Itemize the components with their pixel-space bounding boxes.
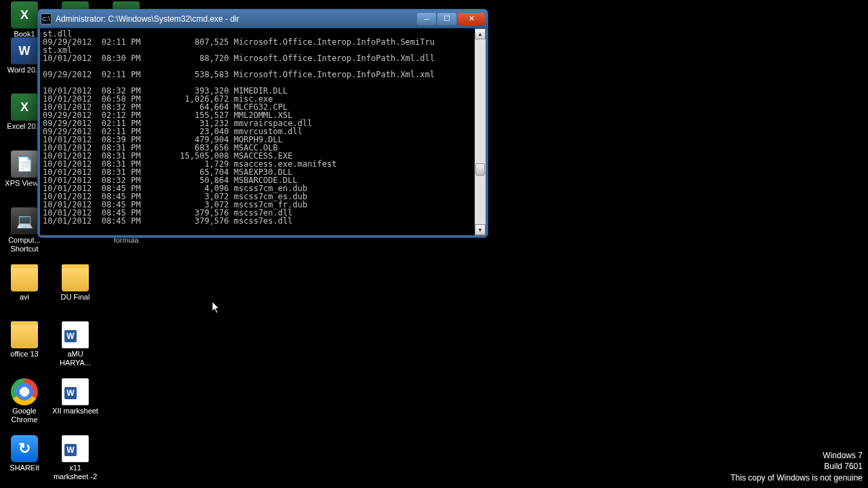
worddoc-icon [62,435,89,462]
shareit-icon [11,435,38,462]
scrollbar[interactable]: ▲ ▼ [475,28,486,235]
cmd-title: Administrator: C:\Windows\System32\cmd.e… [56,14,417,24]
word-icon [11,37,38,64]
window-controls: ─ ☐ ✕ [417,13,485,25]
desktop-icon-amu[interactable]: aMU HARYA... [51,321,100,367]
cmd-body: st.dll 09/29/2012 02:11 PM 807,525 Micro… [38,28,488,237]
cmd-output[interactable]: st.dll 09/29/2012 02:11 PM 807,525 Micro… [40,28,475,235]
folder-icon [62,264,89,291]
maximize-button[interactable]: ☐ [437,13,456,25]
scroll-track[interactable] [475,39,486,224]
desktop-icon-avi[interactable]: avi [0,264,49,302]
desktop-icon-label: x11 marksheet -2 [51,464,100,481]
scroll-down-button[interactable]: ▼ [475,224,486,235]
desktop-icon-label: avi [20,293,29,302]
excel-icon [11,94,38,121]
folder-icon [11,321,38,348]
desktop-icon-label: office 13 [10,350,38,359]
minimize-button[interactable]: ─ [417,13,436,25]
excel-icon [11,1,38,28]
close-button[interactable]: ✕ [458,13,485,25]
desktop-icon-label: DU Final [61,293,90,302]
xps-icon [11,150,38,178]
desktop-icon-dufinal[interactable]: DU Final [51,264,100,302]
desktop-icon-label: XII marksheet [52,407,98,415]
watermark-line2: Build 7601 [730,461,863,472]
chrome-icon [11,378,38,405]
desktop-icon-chrome[interactable]: Google Chrome [0,378,49,424]
desktop-icon-x11[interactable]: x11 marksheet -2 [51,435,100,481]
watermark-line1: Windows 7 [730,450,863,462]
windows-watermark: Windows 7 Build 7601 This copy of Window… [730,450,863,484]
cmd-icon: C:\ [41,14,52,24]
desktop-icon-shareit[interactable]: SHAREit [0,435,49,472]
shortcut-icon [11,207,38,235]
scroll-thumb[interactable] [475,163,485,176]
desktop-icon-office13[interactable]: office 13 [0,321,49,359]
worddoc-icon [62,321,89,348]
desktop-icon-label: Comput... Shortcut [0,236,49,253]
desktop-icon-label: Google Chrome [0,407,49,424]
desktop-icon-label: Excel 20... [7,122,41,131]
desktop-icon-xii[interactable]: XII marksheet [51,378,100,415]
desktop-icon-label: SHAREit [9,464,39,472]
scroll-up-button[interactable]: ▲ [475,28,486,39]
desktop-icon-label: aMU HARYA... [51,350,100,367]
worddoc-icon [62,378,89,405]
cmd-window[interactable]: C:\ Administrator: C:\Windows\System32\c… [37,9,488,238]
watermark-line3: This copy of Windows is not genuine [730,472,863,484]
desktop-icon-label: Word 20... [7,66,42,75]
cmd-titlebar[interactable]: C:\ Administrator: C:\Windows\System32\c… [38,9,488,28]
folder-icon [11,264,38,291]
